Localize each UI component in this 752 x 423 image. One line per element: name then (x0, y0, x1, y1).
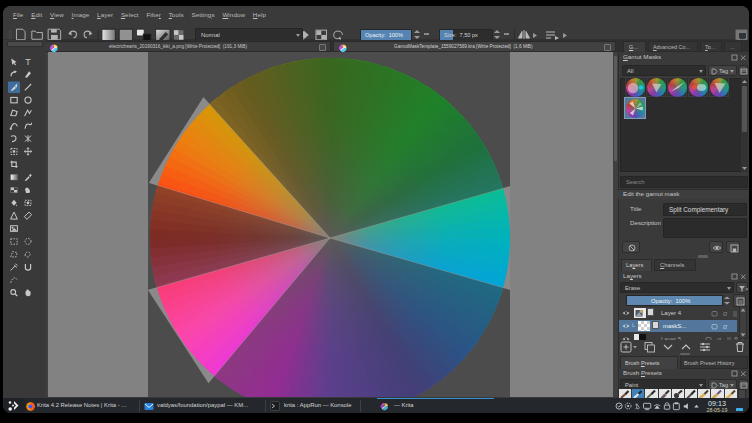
svg-text:α: α (723, 310, 728, 317)
svg-text:T: T (25, 57, 31, 67)
svg-text:α: α (723, 323, 728, 330)
svg-text:α: α (717, 336, 722, 340)
